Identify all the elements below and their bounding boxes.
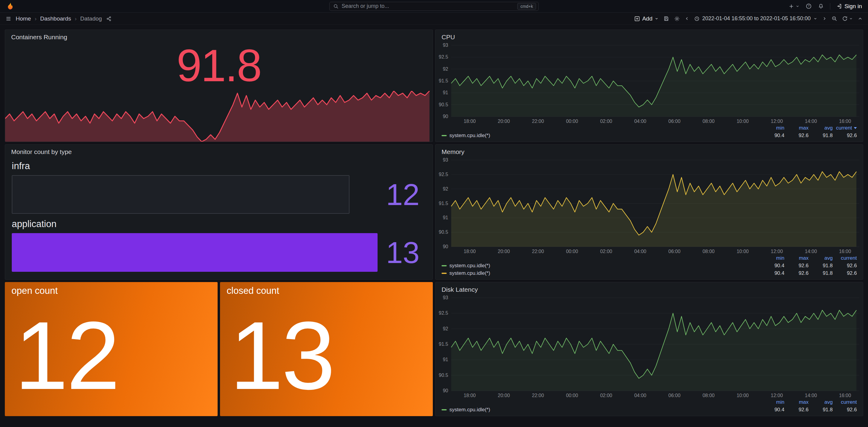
legend-sort-max[interactable]: max — [784, 125, 809, 131]
svg-text:04:00: 04:00 — [634, 393, 646, 398]
legend-series[interactable]: system.cpu.idle(*) — [441, 270, 490, 276]
svg-text:90.5: 90.5 — [439, 230, 448, 235]
legend-sort-current[interactable]: current — [833, 399, 857, 405]
svg-text:06:00: 06:00 — [669, 119, 681, 124]
svg-text:90: 90 — [443, 388, 448, 393]
memory-chart[interactable]: 9090.59191.59292.59318:0020:0022:0000:00… — [435, 157, 863, 255]
panel-cpu: CPU 9090.59191.59292.59318:0020:0022:000… — [435, 30, 863, 142]
mega-menu-button[interactable] — [5, 16, 11, 22]
series-swatch-icon — [441, 265, 447, 266]
panel-containers-running: Containers Running 91.8 — [5, 30, 433, 142]
legend-sort-min[interactable]: min — [760, 255, 784, 261]
dashboard-settings-button[interactable] — [674, 16, 680, 22]
refresh-button[interactable] — [842, 16, 853, 22]
legend-sort-avg[interactable]: avg — [809, 125, 833, 131]
svg-text:91: 91 — [443, 357, 448, 362]
svg-text:14:00: 14:00 — [805, 249, 817, 254]
svg-text:22:00: 22:00 — [532, 249, 544, 254]
svg-text:92: 92 — [443, 186, 448, 191]
zoom-out-button[interactable] — [832, 16, 837, 22]
svg-text:92: 92 — [443, 66, 448, 71]
chevron-down-icon — [655, 17, 658, 21]
search-input[interactable]: Search or jump to... cmd+k — [329, 2, 539, 11]
svg-text:90: 90 — [443, 114, 448, 119]
save-dashboard-button[interactable] — [663, 16, 669, 22]
time-shift-forward-button[interactable] — [822, 16, 827, 21]
legend-sort-min[interactable]: min — [760, 399, 784, 405]
gauge-label: application — [12, 219, 426, 230]
legend-series[interactable]: system.cpu.idle(*) — [441, 263, 490, 269]
legend-row: system.cpu.idle(*) 90.4 92.6 91.8 92.6 — [441, 407, 857, 413]
grafana-logo-icon[interactable] — [6, 2, 14, 10]
svg-text:08:00: 08:00 — [703, 393, 715, 398]
refresh-icon — [842, 16, 848, 22]
breadcrumb-current: Datadog — [80, 16, 102, 22]
legend-values: 90.4 92.6 91.8 92.6 — [760, 263, 857, 269]
svg-text:06:00: 06:00 — [669, 249, 681, 254]
panel-title[interactable]: open count — [5, 282, 218, 295]
time-shift-back-button[interactable] — [685, 16, 689, 21]
breadcrumb-dashboards[interactable]: Dashboards — [40, 16, 71, 22]
series-name: system.cpu.idle(*) — [450, 407, 490, 413]
panel-title[interactable]: Monitor count by type — [5, 145, 433, 157]
svg-text:20:00: 20:00 — [498, 249, 510, 254]
svg-text:00:00: 00:00 — [566, 393, 578, 398]
legend-sort-min[interactable]: min — [760, 125, 784, 131]
cpu-chart[interactable]: 9090.59191.59292.59318:0020:0022:0000:00… — [435, 42, 863, 125]
bar-gauge: infra 12 application 13 — [5, 157, 433, 279]
svg-text:?: ? — [808, 4, 810, 8]
svg-text:02:00: 02:00 — [600, 393, 612, 398]
legend-row: system.cpu.idle(*) 90.4 92.6 91.8 92.6 — [441, 263, 857, 269]
breadcrumb-home[interactable]: Home — [16, 16, 31, 22]
breadcrumb-separator: › — [35, 16, 36, 22]
legend-header: min max avg current — [441, 399, 857, 405]
svg-text:22:00: 22:00 — [532, 393, 544, 398]
legend-sort-max[interactable]: max — [784, 399, 809, 405]
legend-series[interactable]: system.cpu.idle(*) — [441, 407, 490, 413]
legend-sort-max[interactable]: max — [784, 255, 809, 261]
svg-text:00:00: 00:00 — [566, 119, 578, 124]
notifications-button[interactable] — [818, 3, 824, 9]
share-button[interactable] — [106, 16, 112, 22]
bell-icon — [818, 3, 824, 9]
svg-text:18:00: 18:00 — [464, 249, 476, 254]
containers-sparkline-chart[interactable] — [5, 91, 433, 142]
disk-latency-chart[interactable]: 9090.59191.59292.59318:0020:0022:0000:00… — [435, 295, 863, 399]
series-swatch-icon — [441, 409, 447, 410]
panel-title[interactable]: CPU — [435, 30, 863, 42]
svg-text:92.5: 92.5 — [439, 310, 448, 315]
legend-series[interactable]: system.cpu.idle(*) — [441, 132, 490, 139]
svg-text:16:00: 16:00 — [839, 249, 851, 254]
legend-sort-avg[interactable]: avg — [809, 399, 833, 405]
collapse-toolbar-button[interactable] — [858, 16, 863, 21]
legend-header: min max avg current — [441, 255, 857, 261]
legend-values: 90.4 92.6 91.8 92.6 — [760, 270, 857, 276]
panel-title[interactable]: closed count — [220, 282, 433, 295]
svg-text:12:00: 12:00 — [771, 119, 783, 124]
time-range-picker[interactable]: 2022-01-04 16:55:00 to 2022-01-05 16:50:… — [694, 16, 817, 22]
svg-text:00:00: 00:00 — [566, 249, 578, 254]
legend-sort-avg[interactable]: avg — [809, 255, 833, 261]
svg-text:16:00: 16:00 — [839, 119, 851, 124]
panel-title[interactable]: Disk Latency — [435, 282, 863, 295]
sign-in-label: Sign in — [844, 3, 862, 10]
legend-sort-current[interactable]: current — [833, 125, 857, 131]
gauge-row-application: application 13 — [12, 219, 426, 272]
svg-text:20:00: 20:00 — [498, 119, 510, 124]
new-button[interactable] — [788, 3, 800, 9]
legend-sort-current[interactable]: current — [833, 255, 857, 261]
chevron-down-icon — [796, 4, 800, 8]
chevron-right-icon — [822, 16, 827, 21]
help-icon: ? — [806, 3, 812, 9]
chevron-up-icon — [858, 16, 863, 21]
containers-stat-value: 91.8 — [5, 40, 433, 91]
panel-title[interactable]: Memory — [435, 145, 863, 157]
svg-text:91.5: 91.5 — [439, 201, 448, 206]
help-button[interactable]: ? — [806, 3, 812, 9]
bottom-stat-row: open count 12 closed count 13 — [5, 282, 433, 416]
svg-text:91: 91 — [443, 90, 448, 95]
sign-in-button[interactable]: Sign in — [836, 3, 862, 10]
panel-closed-count: closed count 13 — [220, 282, 433, 416]
add-panel-button[interactable]: Add — [634, 16, 658, 22]
dashboard-grid: Containers Running 91.8 Monitor count by… — [0, 25, 868, 421]
